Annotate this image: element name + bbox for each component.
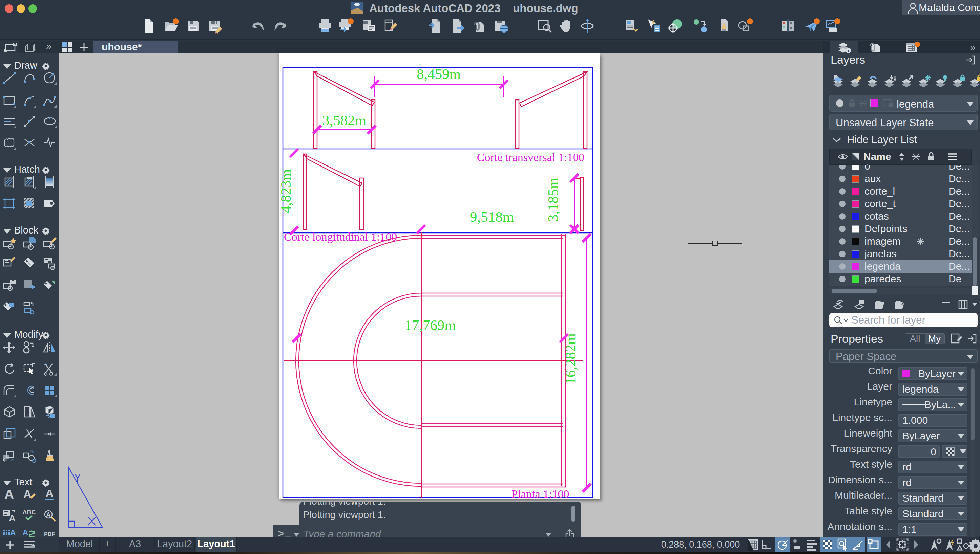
svg-text:A: A — [5, 487, 14, 501]
svg-text:A: A — [22, 528, 28, 537]
svg-text:A: A — [10, 528, 16, 537]
svg-text:ABC: ABC — [23, 509, 36, 516]
svg-text:16,282m: 16,282m — [562, 333, 578, 385]
svg-text:8,459m: 8,459m — [417, 66, 461, 82]
svg-text:A: A — [23, 488, 32, 500]
svg-text:Planta 1:100: Planta 1:100 — [511, 488, 570, 500]
svg-text:PDF: PDF — [44, 531, 55, 537]
svg-text:A: A — [46, 511, 51, 518]
svg-text:A: A — [45, 487, 54, 500]
svg-text:Corte longitudinal 1:100: Corte longitudinal 1:100 — [284, 231, 397, 243]
svg-text:3,185m: 3,185m — [545, 178, 561, 222]
svg-text:17,769m: 17,769m — [404, 317, 456, 333]
svg-text:9,518m: 9,518m — [470, 209, 514, 225]
svg-text:Corte transversal 1:100: Corte transversal 1:100 — [477, 151, 584, 164]
svg-text:A: A — [9, 513, 16, 523]
svg-text:4,823m: 4,823m — [278, 169, 294, 213]
svg-text:i: i — [848, 48, 849, 54]
svg-text:3,582m: 3,582m — [322, 112, 366, 128]
